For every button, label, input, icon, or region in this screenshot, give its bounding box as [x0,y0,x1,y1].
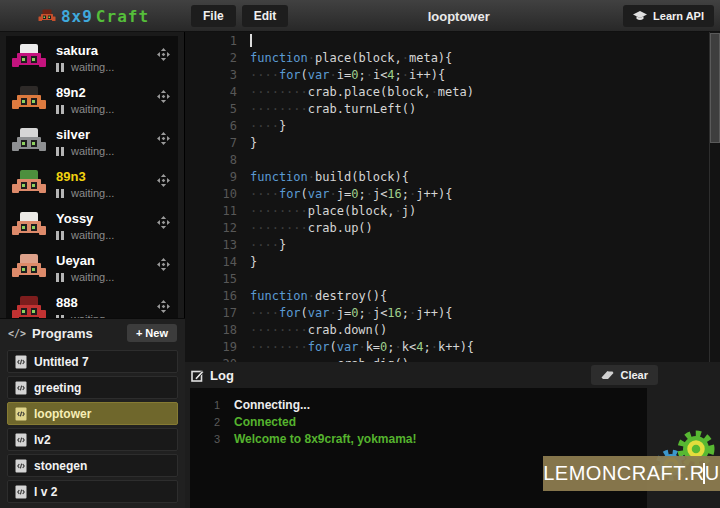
program-name: l v 2 [34,485,57,499]
log-message: Connected [234,415,296,429]
player-status: waiting... [56,61,114,73]
code-text: ········crab.down() [250,323,387,340]
move-locate-icon[interactable] [157,90,170,103]
program-item[interactable]: lv2 [7,428,178,451]
player-row[interactable]: 89n2waiting... [6,78,178,120]
code-line: 13····} [185,238,720,255]
move-locate-icon[interactable] [157,132,170,145]
clear-label: Clear [620,369,648,381]
line-number: 18 [185,323,250,340]
player-name: silver [56,127,114,142]
player-name: 89n3 [56,169,114,184]
code-text: } [250,136,257,153]
code-text: function·build(block){ [250,170,409,187]
log-line: 2Connected [190,413,647,430]
code-line: 18········crab.down() [185,323,720,340]
move-locate-icon[interactable] [157,300,170,313]
scrollbar-thumb[interactable] [710,33,720,143]
program-item[interactable]: Untitled 7 [7,350,178,373]
line-number: 2 [185,51,250,68]
watermark-cursor [703,463,705,484]
app-window: 8x9Craft File Edit looptower Learn API s… [0,0,720,508]
player-status: waiting... [56,145,114,157]
watermark-text: LEMONCRAFT.RU [543,462,720,485]
line-number: 9 [185,170,250,187]
crab-avatar [12,169,46,197]
text-cursor [250,34,252,47]
log-line: 1Connecting... [190,396,647,413]
line-number: 11 [185,204,250,221]
player-name: sakura [56,43,114,58]
code-line: 11········place(block,·j) [185,204,720,221]
crab-avatar [12,43,46,71]
file-menu-button[interactable]: File [191,5,236,27]
programs-title: Programs [32,326,93,341]
logo-text-8x9: 8x9 [61,7,93,26]
move-locate-icon[interactable] [157,258,170,271]
learn-api-button[interactable]: Learn API [623,5,714,27]
pause-icon [56,63,59,72]
player-row[interactable]: Yossywaiting... [6,204,178,246]
program-item[interactable]: looptower [7,402,178,425]
code-text: ········crab.turnLeft() [250,102,416,119]
move-locate-icon[interactable] [157,174,170,187]
top-menu-bar: 8x9Craft File Edit looptower Learn API [0,0,720,32]
code-line: 17····for(var·j=0;·j<16;·j++){ [185,306,720,323]
player-row[interactable]: Ueyanwaiting... [6,246,178,288]
edit-menu-button[interactable]: Edit [242,5,289,27]
program-file-icon [15,459,27,473]
clear-log-button[interactable]: Clear [591,365,658,385]
code-text [250,34,252,51]
line-number: 1 [185,34,250,51]
program-list: Untitled 7greetinglooptowerlv2stonegenl … [0,350,185,503]
player-name: Yossy [56,211,114,226]
pause-icon [56,231,59,240]
code-line: 1 [185,34,720,51]
program-item[interactable]: greeting [7,376,178,399]
program-file-icon [15,355,27,369]
editor-lines: 12function·place(block,·meta){3····for(v… [185,34,720,362]
document-title: looptower [294,9,623,24]
program-file-icon [15,433,27,447]
program-name: greeting [34,381,81,395]
player-row[interactable]: 888waiting... [6,288,178,318]
line-number: 16 [185,289,250,306]
move-locate-icon[interactable] [157,216,170,229]
code-text: ········for(var·k=0;·k<4;·k++){ [250,340,474,357]
editor-scrollbar[interactable] [709,32,720,362]
player-row[interactable]: 89n3waiting... [6,162,178,204]
pause-icon [56,105,59,114]
app-logo: 8x9Craft [0,0,185,32]
log-line-number: 1 [190,399,220,411]
code-text: ········place(block,·j) [250,204,416,221]
eraser-icon [601,370,614,380]
learn-api-label: Learn API [653,10,704,22]
code-line: 16function·destroy(){ [185,289,720,306]
line-number: 19 [185,340,250,357]
player-row[interactable]: sakurawaiting... [6,36,178,78]
log-message: Connecting... [234,398,310,412]
editor-toolbar: File Edit looptower Learn API [185,0,720,32]
logo-text-craft: Craft [96,7,149,26]
player-name: 888 [56,295,114,310]
new-program-button[interactable]: + New [127,324,177,342]
programs-panel: </> Programs + New Untitled 7greetingloo… [0,318,185,508]
line-number: 8 [185,153,250,170]
program-item[interactable]: stonegen [7,454,178,477]
player-info: 89n3waiting... [56,169,114,199]
player-status: waiting... [56,103,114,115]
crab-logo-icon [38,9,55,23]
code-line: 4········crab.place(block,·meta) [185,85,720,102]
code-line: 19········for(var·k=0;·k<4;·k++){ [185,340,720,357]
code-line: 8 [185,153,720,170]
code-line: 15 [185,272,720,289]
move-locate-icon[interactable] [157,48,170,61]
code-editor[interactable]: 12function·place(block,·meta){3····for(v… [185,32,720,362]
code-text: ····for(var·j=0;·j<16;·j++){ [250,306,452,323]
code-line: 10····for(var·j=0;·j<16;·j++){ [185,187,720,204]
program-file-icon [15,381,27,395]
log-line-number: 2 [190,416,220,428]
crab-avatar [12,127,46,155]
program-item[interactable]: l v 2 [7,480,178,503]
player-row[interactable]: silverwaiting... [6,120,178,162]
